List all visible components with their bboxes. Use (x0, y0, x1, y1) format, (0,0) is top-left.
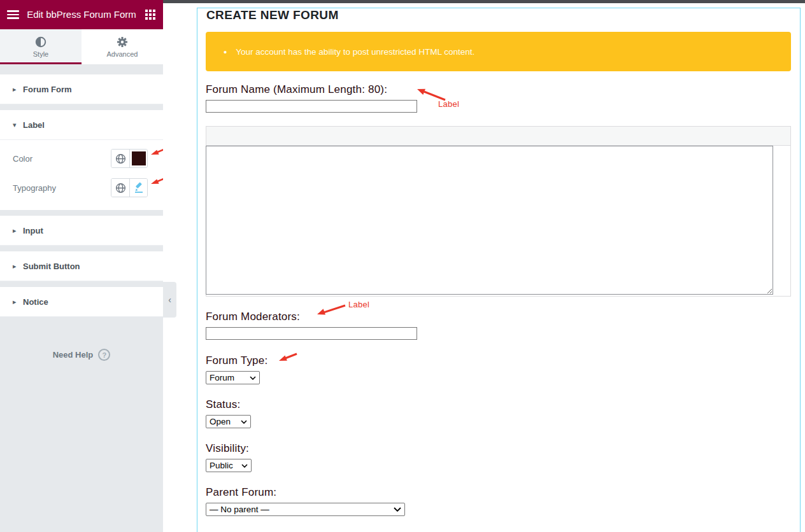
menu-button[interactable] (0, 0, 25, 29)
caret-right-icon: ▸ (13, 227, 23, 235)
chevron-down-icon (241, 420, 247, 424)
editor-toolbar (206, 127, 790, 146)
chevron-left-icon: ‹ (168, 295, 171, 305)
section-label[interactable]: ▾ Label (0, 110, 163, 140)
section-notice[interactable]: ▸ Notice (0, 287, 163, 317)
global-typography-button[interactable] (111, 179, 129, 197)
hamburger-icon (7, 8, 19, 21)
caret-right-icon: ▸ (13, 298, 23, 306)
color-swatch (132, 151, 146, 165)
pencil-icon (133, 182, 145, 193)
panel-tabs: Style Advanced (0, 29, 163, 64)
tab-advanced[interactable]: Advanced (82, 29, 163, 64)
elementor-panel: Edit bbPress Forum Form Style (0, 0, 163, 532)
globe-icon (115, 153, 126, 164)
forum-moderators-input[interactable] (206, 327, 417, 340)
chevron-down-icon (394, 507, 401, 512)
caret-right-icon: ▸ (13, 262, 23, 270)
typography-control-label: Typography (13, 183, 56, 193)
forum-content-textarea[interactable] (206, 146, 773, 295)
panel-collapse-handle[interactable]: ‹ (163, 282, 176, 318)
gear-icon (117, 36, 128, 48)
parent-forum-label: Parent Forum: (206, 486, 276, 499)
status-select[interactable]: Open (206, 415, 251, 428)
tab-advanced-label: Advanced (107, 50, 138, 58)
caret-right-icon: ▸ (13, 85, 23, 94)
typography-edit-button[interactable] (129, 179, 147, 197)
tab-style[interactable]: Style (0, 29, 82, 64)
forum-name-input[interactable] (206, 100, 417, 113)
need-help-label: Need Help (53, 350, 94, 360)
page-title: CREATE NEW FORUM (206, 8, 339, 22)
need-help-link[interactable]: Need Help ? (0, 349, 163, 361)
forum-moderators-label: Forum Moderators: (206, 311, 300, 323)
style-half-circle-icon (35, 36, 46, 48)
parent-forum-value: — No parent — (210, 505, 269, 514)
visibility-label: Visibility: (206, 442, 249, 455)
forum-content-editor (206, 126, 791, 297)
visibility-select[interactable]: Public (206, 459, 252, 472)
preview-top-bar (163, 0, 805, 3)
chevron-down-icon (250, 376, 256, 380)
panel-header: Edit bbPress Forum Form (0, 0, 163, 29)
panel-footer-area: Need Help ? (0, 317, 163, 532)
question-icon: ? (98, 349, 110, 361)
annotation-arrow-moderators (313, 300, 349, 319)
status-label: Status: (206, 398, 240, 411)
label-section-controls: Color (0, 140, 163, 210)
parent-forum-select[interactable]: — No parent — (206, 503, 405, 516)
typography-control-row: Typography (0, 173, 163, 202)
label-callout: Label (348, 300, 369, 309)
label-callout: Label (438, 99, 459, 109)
section-forum-form[interactable]: ▸ Forum Form (0, 74, 163, 104)
status-value: Open (210, 417, 231, 426)
color-picker-button[interactable] (129, 150, 147, 167)
globe-icon (115, 183, 126, 193)
global-color-button[interactable] (111, 150, 129, 167)
visibility-value: Public (210, 461, 233, 470)
color-control-label: Color (13, 154, 32, 164)
forum-type-value: Forum (210, 373, 234, 382)
notice-banner: • Your account has the ability to post u… (206, 32, 791, 71)
section-submit-button[interactable]: ▸ Submit Button (0, 251, 163, 281)
tab-style-label: Style (33, 50, 48, 58)
panel-title: Edit bbPress Forum Form (25, 9, 138, 21)
section-input[interactable]: ▸ Input (0, 216, 163, 246)
bullet-icon: • (224, 46, 227, 57)
apps-grid-icon (145, 10, 155, 20)
color-control-row: Color (0, 144, 163, 173)
forum-type-label: Forum Type: (206, 354, 267, 367)
preview-canvas: CREATE NEW FORUM • Your account has the … (163, 0, 805, 532)
widgets-button[interactable] (138, 0, 163, 29)
forum-type-select[interactable]: Forum (206, 371, 260, 384)
forum-name-label: Forum Name (Maximum Length: 80): (206, 83, 387, 96)
elementor-editor: Edit bbPress Forum Form Style (0, 0, 805, 532)
notice-text: Your account has the ability to post unr… (236, 47, 474, 57)
caret-down-icon: ▾ (13, 121, 23, 129)
chevron-down-icon (241, 464, 248, 468)
annotation-arrow-forum-type (275, 350, 301, 367)
